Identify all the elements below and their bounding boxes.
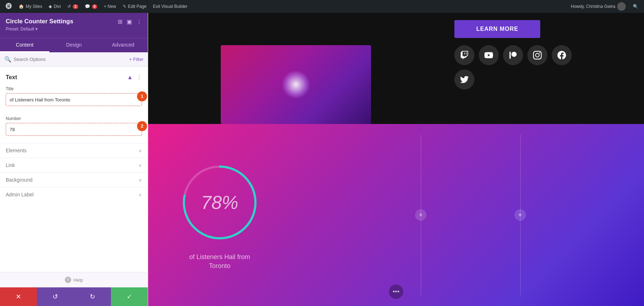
section-text-title: Text bbox=[6, 74, 17, 81]
circle-counter: 78% of Listeners Hail fromToronto bbox=[177, 159, 263, 271]
facebook-icon[interactable] bbox=[552, 45, 572, 65]
badge-2: 2 bbox=[137, 121, 147, 131]
redo-icon: ↻ bbox=[90, 293, 95, 301]
field-group-number: Number 2 bbox=[0, 113, 148, 143]
avatar bbox=[617, 2, 626, 11]
search-icon: 🔍 bbox=[4, 56, 11, 63]
panel-content: Text ▲ ⋮ Title 1 bbox=[0, 67, 148, 272]
section-more-icon[interactable]: ⋮ bbox=[136, 74, 142, 81]
cancel-icon: ✕ bbox=[16, 293, 21, 301]
social-icons-grid bbox=[454, 45, 633, 90]
panel-footer: ? Help bbox=[0, 272, 148, 287]
section-link-title: Link bbox=[6, 162, 15, 168]
admin-bar-search[interactable]: 🔍 bbox=[630, 0, 641, 13]
main-layout: Circle Counter Settings ⊞ ▣ ⋮ Preset: De… bbox=[0, 13, 644, 306]
canvas-bottom: 78% of Listeners Hail fromToronto + + ••… bbox=[148, 124, 644, 306]
refresh-icon: ↺ bbox=[67, 4, 71, 9]
hero-glow bbox=[282, 70, 310, 99]
section-link[interactable]: Link ∨ bbox=[0, 158, 148, 172]
help-icon: ? bbox=[65, 277, 71, 283]
add-column-button-2[interactable]: + bbox=[514, 209, 526, 221]
tab-design[interactable]: Design bbox=[49, 38, 99, 52]
section-text-actions: ▲ ⋮ bbox=[127, 74, 142, 81]
edit-icon: ✎ bbox=[123, 4, 126, 9]
hero-image bbox=[221, 45, 371, 124]
tab-advanced[interactable]: Advanced bbox=[98, 38, 148, 52]
left-panel: Circle Counter Settings ⊞ ▣ ⋮ Preset: De… bbox=[0, 13, 148, 306]
social-row-2 bbox=[454, 70, 633, 90]
canvas: LEARN MORE bbox=[148, 13, 644, 306]
admin-bar-exit-builder[interactable]: Exit Visual Builder bbox=[150, 0, 191, 13]
panel-preset[interactable]: Preset: Default ▾ bbox=[6, 27, 142, 32]
divi-icon: ◆ bbox=[49, 4, 52, 9]
title-input[interactable] bbox=[10, 97, 138, 102]
canvas-hero-image-area bbox=[148, 13, 444, 124]
youtube-icon[interactable] bbox=[479, 45, 499, 65]
panel-tabs: Content Design Advanced bbox=[0, 38, 148, 52]
admin-bar-chat[interactable]: 💬 0 bbox=[82, 0, 101, 13]
undo-button[interactable]: ↺ bbox=[37, 287, 74, 306]
admin-bar-new[interactable]: + New bbox=[101, 0, 119, 13]
field-label-title: Title bbox=[6, 86, 142, 91]
search-icon: 🔍 bbox=[633, 4, 638, 9]
number-input[interactable] bbox=[10, 127, 138, 132]
section-background-title: Background bbox=[6, 177, 33, 183]
chevron-down-icon: ∨ bbox=[138, 163, 142, 168]
more-options-icon[interactable]: ⋮ bbox=[136, 18, 142, 25]
section-text-header[interactable]: Text ▲ ⋮ bbox=[0, 71, 148, 83]
patreon-icon[interactable] bbox=[503, 45, 523, 65]
circle-svg-wrapper: 78% bbox=[177, 159, 263, 245]
admin-bar: 🅦 🏠 My Sites ◆ Divi ↺ 3 💬 0 + New ✎ Edit… bbox=[0, 0, 644, 13]
admin-bar-right: Howdy, Christina Gwira 🔍 bbox=[568, 0, 641, 13]
admin-bar-comments[interactable]: ↺ 3 bbox=[64, 0, 81, 13]
search-bar: 🔍 + Filter bbox=[0, 52, 148, 67]
admin-bar-divi[interactable]: ◆ Divi bbox=[46, 0, 64, 13]
save-button[interactable]: ✓ bbox=[111, 287, 148, 306]
home-icon: 🏠 bbox=[19, 4, 24, 9]
cancel-button[interactable]: ✕ bbox=[0, 287, 37, 306]
section-admin-label[interactable]: Admin Label ∨ bbox=[0, 187, 148, 202]
chevron-down-icon: ∨ bbox=[138, 148, 142, 153]
collapse-icon[interactable]: ▲ bbox=[127, 74, 133, 81]
panel-title: Circle Counter Settings bbox=[6, 18, 73, 25]
field-row-number: Number 2 bbox=[6, 116, 142, 136]
wp-logo-icon[interactable]: 🅦 bbox=[3, 3, 15, 10]
section-elements-title: Elements bbox=[6, 148, 26, 153]
field-input-wrapper-number bbox=[6, 123, 142, 136]
panel-title-row: Circle Counter Settings ⊞ ▣ ⋮ bbox=[6, 18, 142, 25]
twitter-icon[interactable] bbox=[454, 70, 474, 90]
chat-icon: 💬 bbox=[85, 4, 90, 9]
panel-header: Circle Counter Settings ⊞ ▣ ⋮ Preset: De… bbox=[0, 13, 148, 38]
field-row-title: Title 1 bbox=[6, 86, 142, 106]
add-column-button-1[interactable]: + bbox=[415, 209, 426, 221]
section-background[interactable]: Background ∨ bbox=[0, 172, 148, 187]
module-options-button[interactable]: ••• bbox=[389, 285, 403, 299]
help-button[interactable]: ? Help bbox=[65, 277, 83, 283]
field-input-wrapper-title bbox=[6, 93, 142, 106]
circle-counter-value: 78% bbox=[201, 192, 238, 213]
learn-more-button[interactable]: LEARN MORE bbox=[454, 20, 540, 38]
filter-button[interactable]: + Filter bbox=[129, 57, 143, 62]
chevron-down-icon: ∨ bbox=[138, 192, 142, 197]
badge-1: 1 bbox=[137, 91, 147, 101]
canvas-top-right: LEARN MORE bbox=[444, 13, 644, 124]
admin-bar-edit-page[interactable]: ✎ Edit Page bbox=[120, 0, 150, 13]
section-elements[interactable]: Elements ∨ bbox=[0, 143, 148, 158]
redo-button[interactable]: ↻ bbox=[74, 287, 111, 306]
twitch-icon[interactable] bbox=[454, 45, 474, 65]
panel-title-icons: ⊞ ▣ ⋮ bbox=[118, 18, 142, 25]
search-input[interactable] bbox=[14, 57, 129, 62]
instagram-icon[interactable] bbox=[527, 45, 547, 65]
circle-counter-label: of Listeners Hail fromToronto bbox=[189, 253, 250, 271]
save-icon: ✓ bbox=[127, 293, 132, 301]
field-group-title: Title 1 bbox=[0, 83, 148, 113]
layout-icon[interactable]: ▣ bbox=[127, 18, 132, 25]
sync-icon[interactable]: ⊞ bbox=[118, 18, 122, 25]
chevron-down-icon: ∨ bbox=[138, 177, 142, 183]
undo-icon: ↺ bbox=[53, 293, 58, 301]
tab-content[interactable]: Content bbox=[0, 38, 49, 52]
field-label-number: Number bbox=[6, 116, 142, 121]
admin-bar-my-sites[interactable]: 🏠 My Sites bbox=[16, 0, 45, 13]
admin-bar-howdy[interactable]: Howdy, Christina Gwira bbox=[568, 0, 629, 13]
canvas-top: LEARN MORE bbox=[148, 13, 644, 124]
